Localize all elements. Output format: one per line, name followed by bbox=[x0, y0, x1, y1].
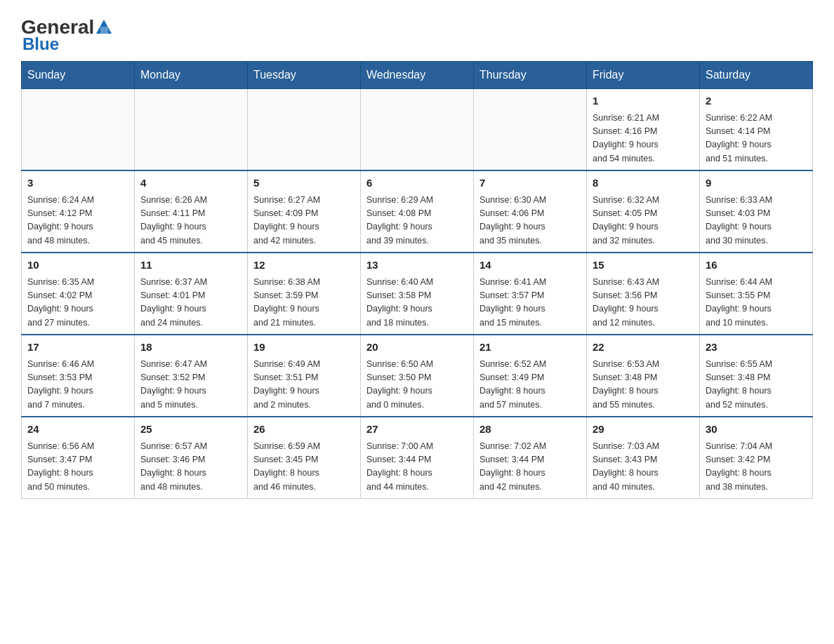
calendar-week-row: 17Sunrise: 6:46 AM Sunset: 3:53 PM Dayli… bbox=[22, 335, 813, 417]
day-number: 16 bbox=[706, 257, 807, 274]
day-info: Sunrise: 6:47 AM Sunset: 3:52 PM Dayligh… bbox=[140, 358, 241, 412]
day-number: 1 bbox=[593, 93, 694, 109]
header-tuesday: Tuesday bbox=[248, 62, 361, 89]
day-info: Sunrise: 6:33 AM Sunset: 4:03 PM Dayligh… bbox=[706, 194, 807, 248]
header-saturday: Saturday bbox=[700, 62, 813, 89]
calendar-cell: 10Sunrise: 6:35 AM Sunset: 4:02 PM Dayli… bbox=[22, 253, 135, 335]
day-info: Sunrise: 6:49 AM Sunset: 3:51 PM Dayligh… bbox=[253, 358, 355, 412]
calendar-cell: 23Sunrise: 6:55 AM Sunset: 3:48 PM Dayli… bbox=[700, 335, 813, 417]
calendar-cell bbox=[135, 89, 248, 171]
day-info: Sunrise: 6:59 AM Sunset: 3:45 PM Dayligh… bbox=[253, 440, 355, 495]
day-info: Sunrise: 7:00 AM Sunset: 3:44 PM Dayligh… bbox=[366, 440, 468, 495]
calendar-cell: 18Sunrise: 6:47 AM Sunset: 3:52 PM Dayli… bbox=[135, 335, 248, 417]
day-number: 19 bbox=[253, 340, 355, 356]
day-number: 27 bbox=[366, 422, 468, 438]
day-number: 4 bbox=[140, 175, 241, 192]
day-number: 26 bbox=[253, 422, 355, 438]
header-sunday: Sunday bbox=[22, 62, 135, 89]
day-number: 10 bbox=[27, 257, 128, 274]
calendar-cell: 24Sunrise: 6:56 AM Sunset: 3:47 PM Dayli… bbox=[22, 417, 135, 499]
calendar-cell: 22Sunrise: 6:53 AM Sunset: 3:48 PM Dayli… bbox=[587, 335, 700, 417]
day-info: Sunrise: 6:29 AM Sunset: 4:08 PM Dayligh… bbox=[366, 194, 468, 248]
logo-text-blue: Blue bbox=[22, 34, 59, 54]
day-number: 3 bbox=[27, 175, 128, 192]
calendar-header-row: SundayMondayTuesdayWednesdayThursdayFrid… bbox=[22, 62, 813, 89]
calendar-cell: 29Sunrise: 7:03 AM Sunset: 3:43 PM Dayli… bbox=[587, 417, 700, 499]
day-info: Sunrise: 6:44 AM Sunset: 3:55 PM Dayligh… bbox=[706, 276, 807, 330]
day-info: Sunrise: 6:52 AM Sunset: 3:49 PM Dayligh… bbox=[479, 358, 581, 412]
day-info: Sunrise: 6:46 AM Sunset: 3:53 PM Dayligh… bbox=[27, 358, 128, 412]
day-number: 25 bbox=[140, 422, 241, 438]
day-number: 22 bbox=[593, 340, 694, 356]
day-number: 28 bbox=[479, 422, 581, 438]
day-number: 14 bbox=[479, 257, 581, 274]
day-number: 29 bbox=[593, 422, 694, 438]
day-number: 11 bbox=[140, 257, 241, 274]
calendar-cell: 2Sunrise: 6:22 AM Sunset: 4:14 PM Daylig… bbox=[700, 89, 813, 171]
day-info: Sunrise: 6:40 AM Sunset: 3:58 PM Dayligh… bbox=[366, 276, 468, 330]
calendar-week-row: 3Sunrise: 6:24 AM Sunset: 4:12 PM Daylig… bbox=[22, 170, 813, 253]
day-info: Sunrise: 7:03 AM Sunset: 3:43 PM Dayligh… bbox=[593, 440, 694, 495]
day-info: Sunrise: 6:21 AM Sunset: 4:16 PM Dayligh… bbox=[593, 112, 694, 166]
day-info: Sunrise: 6:55 AM Sunset: 3:48 PM Dayligh… bbox=[706, 358, 807, 412]
calendar-cell: 16Sunrise: 6:44 AM Sunset: 3:55 PM Dayli… bbox=[700, 253, 813, 335]
day-number: 18 bbox=[140, 340, 241, 356]
day-info: Sunrise: 6:57 AM Sunset: 3:46 PM Dayligh… bbox=[140, 440, 241, 495]
day-number: 13 bbox=[366, 257, 468, 274]
calendar-cell: 8Sunrise: 6:32 AM Sunset: 4:05 PM Daylig… bbox=[587, 170, 700, 253]
header-thursday: Thursday bbox=[474, 62, 587, 89]
day-number: 12 bbox=[253, 257, 355, 274]
day-info: Sunrise: 6:24 AM Sunset: 4:12 PM Dayligh… bbox=[27, 194, 128, 248]
day-info: Sunrise: 6:26 AM Sunset: 4:11 PM Dayligh… bbox=[140, 194, 241, 248]
calendar-cell: 27Sunrise: 7:00 AM Sunset: 3:44 PM Dayli… bbox=[361, 417, 474, 499]
svg-marker-1 bbox=[100, 27, 108, 34]
calendar-cell: 12Sunrise: 6:38 AM Sunset: 3:59 PM Dayli… bbox=[248, 253, 361, 335]
day-info: Sunrise: 6:43 AM Sunset: 3:56 PM Dayligh… bbox=[593, 276, 694, 330]
day-number: 6 bbox=[366, 175, 468, 192]
calendar-cell: 4Sunrise: 6:26 AM Sunset: 4:11 PM Daylig… bbox=[135, 170, 248, 253]
day-number: 7 bbox=[479, 175, 581, 192]
day-info: Sunrise: 6:56 AM Sunset: 3:47 PM Dayligh… bbox=[27, 440, 128, 495]
day-info: Sunrise: 6:27 AM Sunset: 4:09 PM Dayligh… bbox=[253, 194, 355, 248]
calendar-cell: 7Sunrise: 6:30 AM Sunset: 4:06 PM Daylig… bbox=[474, 170, 587, 253]
day-info: Sunrise: 6:50 AM Sunset: 3:50 PM Dayligh… bbox=[366, 358, 468, 412]
day-number: 17 bbox=[27, 340, 128, 356]
calendar-cell: 9Sunrise: 6:33 AM Sunset: 4:03 PM Daylig… bbox=[700, 170, 813, 253]
day-number: 30 bbox=[706, 422, 807, 438]
calendar-cell: 6Sunrise: 6:29 AM Sunset: 4:08 PM Daylig… bbox=[361, 170, 474, 253]
calendar-cell: 3Sunrise: 6:24 AM Sunset: 4:12 PM Daylig… bbox=[22, 170, 135, 253]
day-info: Sunrise: 6:30 AM Sunset: 4:06 PM Dayligh… bbox=[479, 194, 581, 248]
calendar-table: SundayMondayTuesdayWednesdayThursdayFrid… bbox=[21, 61, 813, 499]
day-info: Sunrise: 6:53 AM Sunset: 3:48 PM Dayligh… bbox=[593, 358, 694, 412]
calendar-cell: 26Sunrise: 6:59 AM Sunset: 3:45 PM Dayli… bbox=[248, 417, 361, 499]
day-info: Sunrise: 6:38 AM Sunset: 3:59 PM Dayligh… bbox=[253, 276, 355, 330]
logo: General Blue bbox=[21, 14, 112, 54]
calendar-cell: 28Sunrise: 7:02 AM Sunset: 3:44 PM Dayli… bbox=[474, 417, 587, 499]
calendar-week-row: 24Sunrise: 6:56 AM Sunset: 3:47 PM Dayli… bbox=[22, 417, 813, 499]
day-number: 15 bbox=[593, 257, 694, 274]
day-number: 24 bbox=[27, 422, 128, 438]
day-number: 5 bbox=[253, 175, 355, 192]
calendar-cell: 1Sunrise: 6:21 AM Sunset: 4:16 PM Daylig… bbox=[587, 89, 700, 171]
day-number: 9 bbox=[706, 175, 807, 192]
calendar-cell: 11Sunrise: 6:37 AM Sunset: 4:01 PM Dayli… bbox=[135, 253, 248, 335]
day-info: Sunrise: 7:02 AM Sunset: 3:44 PM Dayligh… bbox=[479, 440, 581, 495]
calendar-week-row: 10Sunrise: 6:35 AM Sunset: 4:02 PM Dayli… bbox=[22, 253, 813, 335]
calendar-cell: 17Sunrise: 6:46 AM Sunset: 3:53 PM Dayli… bbox=[22, 335, 135, 417]
day-info: Sunrise: 6:37 AM Sunset: 4:01 PM Dayligh… bbox=[140, 276, 241, 330]
day-number: 21 bbox=[479, 340, 581, 356]
calendar-cell: 20Sunrise: 6:50 AM Sunset: 3:50 PM Dayli… bbox=[361, 335, 474, 417]
day-info: Sunrise: 6:22 AM Sunset: 4:14 PM Dayligh… bbox=[706, 112, 807, 166]
calendar-cell: 14Sunrise: 6:41 AM Sunset: 3:57 PM Dayli… bbox=[474, 253, 587, 335]
calendar-cell: 19Sunrise: 6:49 AM Sunset: 3:51 PM Dayli… bbox=[248, 335, 361, 417]
calendar-cell: 5Sunrise: 6:27 AM Sunset: 4:09 PM Daylig… bbox=[248, 170, 361, 253]
day-number: 23 bbox=[706, 340, 807, 356]
header-monday: Monday bbox=[135, 62, 248, 89]
day-info: Sunrise: 7:04 AM Sunset: 3:42 PM Dayligh… bbox=[706, 440, 807, 495]
header: General Blue bbox=[21, 14, 813, 54]
calendar-cell bbox=[361, 89, 474, 171]
calendar-cell bbox=[248, 89, 361, 171]
day-number: 8 bbox=[593, 175, 694, 192]
calendar-cell: 21Sunrise: 6:52 AM Sunset: 3:49 PM Dayli… bbox=[474, 335, 587, 417]
day-number: 20 bbox=[366, 340, 468, 356]
